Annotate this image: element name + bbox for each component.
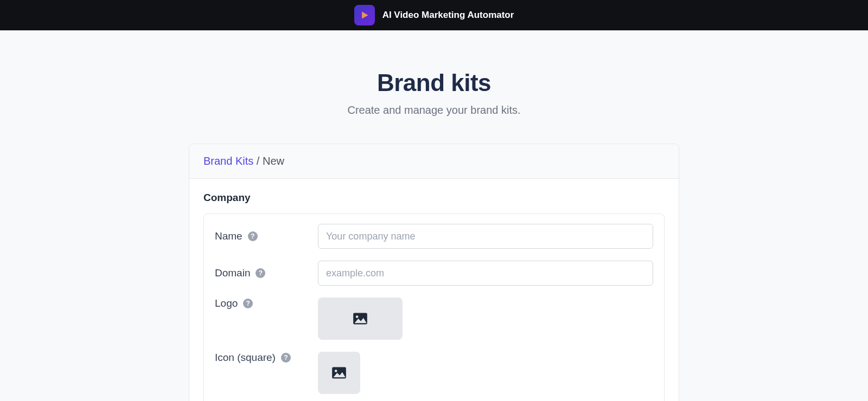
company-section: Company Name ? Domain ? Logo ? bbox=[189, 179, 679, 401]
help-icon[interactable]: ? bbox=[281, 353, 291, 363]
svg-point-1 bbox=[356, 315, 359, 318]
breadcrumb-current: New bbox=[263, 155, 284, 167]
help-icon[interactable]: ? bbox=[243, 299, 253, 308]
domain-input[interactable] bbox=[318, 261, 653, 286]
image-icon bbox=[353, 312, 368, 325]
row-logo: Logo ? bbox=[215, 297, 653, 340]
app-logo-icon bbox=[354, 5, 375, 25]
icon-label-wrap: Icon (square) ? bbox=[215, 352, 318, 364]
svg-point-3 bbox=[335, 370, 337, 372]
breadcrumb: Brand Kits / New bbox=[189, 144, 679, 179]
name-input[interactable] bbox=[318, 224, 653, 249]
app-title: AI Video Marketing Automator bbox=[382, 10, 514, 21]
name-label-wrap: Name ? bbox=[215, 230, 318, 242]
row-name: Name ? bbox=[215, 224, 653, 249]
help-icon[interactable]: ? bbox=[256, 268, 265, 278]
domain-label-wrap: Domain ? bbox=[215, 267, 318, 279]
icon-label: Icon (square) bbox=[215, 352, 276, 364]
row-icon: Icon (square) ? bbox=[215, 352, 653, 394]
domain-label: Domain bbox=[215, 267, 250, 279]
company-form-panel: Name ? Domain ? Logo ? bbox=[203, 214, 665, 401]
brandkit-form-card: Brand Kits / New Company Name ? Domain ? bbox=[189, 144, 679, 401]
logo-label: Logo bbox=[215, 297, 238, 309]
logo-label-wrap: Logo ? bbox=[215, 297, 318, 309]
company-section-title: Company bbox=[203, 192, 665, 204]
page-subtitle: Create and manage your brand kits. bbox=[0, 104, 868, 117]
help-icon[interactable]: ? bbox=[248, 231, 258, 241]
image-icon bbox=[331, 366, 347, 379]
breadcrumb-root-link[interactable]: Brand Kits bbox=[203, 155, 253, 167]
page-header: Brand kits Create and manage your brand … bbox=[0, 30, 868, 117]
icon-upload-button[interactable] bbox=[318, 352, 360, 394]
page-title: Brand kits bbox=[0, 69, 868, 96]
breadcrumb-separator: / bbox=[253, 155, 263, 167]
topbar: AI Video Marketing Automator bbox=[0, 0, 868, 30]
row-domain: Domain ? bbox=[215, 261, 653, 286]
name-label: Name bbox=[215, 230, 242, 242]
logo-upload-button[interactable] bbox=[318, 297, 403, 340]
